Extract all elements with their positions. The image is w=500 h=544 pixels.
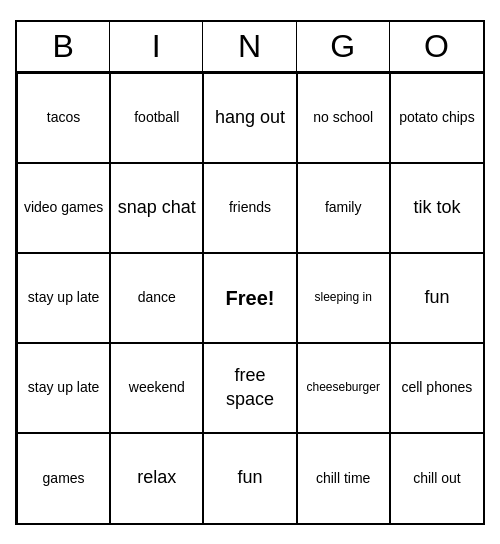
- cell-r1-c2: friends: [203, 163, 296, 253]
- header-letter: I: [110, 22, 203, 71]
- cell-r4-c0: games: [17, 433, 110, 523]
- cell-r0-c1: football: [110, 73, 203, 163]
- cell-r3-c4: cell phones: [390, 343, 483, 433]
- bingo-card: BINGO tacosfootballhang outno schoolpota…: [15, 20, 485, 525]
- cell-r3-c0: stay up late: [17, 343, 110, 433]
- header-letter: G: [297, 22, 390, 71]
- header-letter: N: [203, 22, 296, 71]
- cell-r0-c0: tacos: [17, 73, 110, 163]
- cell-r4-c4: chill out: [390, 433, 483, 523]
- bingo-header: BINGO: [17, 22, 483, 73]
- cell-r2-c1: dance: [110, 253, 203, 343]
- cell-r2-c0: stay up late: [17, 253, 110, 343]
- header-letter: O: [390, 22, 483, 71]
- cell-r2-c2: Free!: [203, 253, 296, 343]
- cell-r0-c4: potato chips: [390, 73, 483, 163]
- cell-r3-c2: free space: [203, 343, 296, 433]
- cell-r0-c2: hang out: [203, 73, 296, 163]
- cell-r4-c1: relax: [110, 433, 203, 523]
- cell-r2-c3: sleeping in: [297, 253, 390, 343]
- cell-r1-c0: video games: [17, 163, 110, 253]
- cell-r3-c3: cheeseburger: [297, 343, 390, 433]
- cell-r4-c2: fun: [203, 433, 296, 523]
- cell-r0-c3: no school: [297, 73, 390, 163]
- cell-r4-c3: chill time: [297, 433, 390, 523]
- header-letter: B: [17, 22, 110, 71]
- cell-r2-c4: fun: [390, 253, 483, 343]
- cell-r1-c1: snap chat: [110, 163, 203, 253]
- cell-r1-c4: tik tok: [390, 163, 483, 253]
- cell-r3-c1: weekend: [110, 343, 203, 433]
- cell-r1-c3: family: [297, 163, 390, 253]
- bingo-grid: tacosfootballhang outno schoolpotato chi…: [17, 73, 483, 523]
